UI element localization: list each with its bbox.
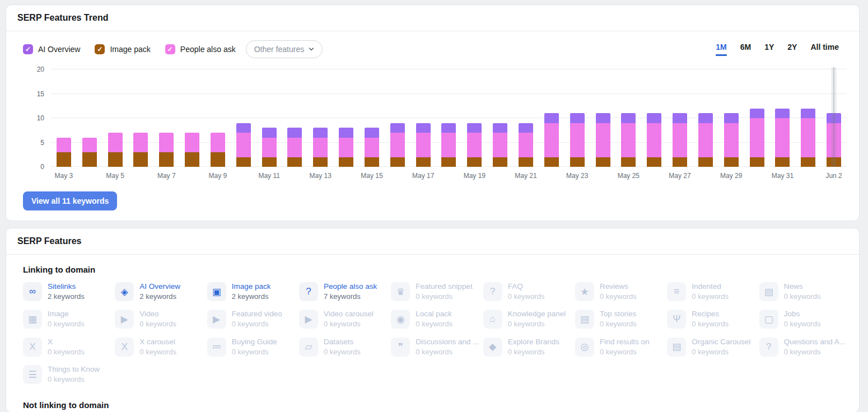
feature-label-link[interactable]: Sitelinks [48, 282, 85, 292]
stacked-bar[interactable] [390, 123, 405, 167]
y-tick-label: 20 [23, 65, 44, 73]
stacked-bar[interactable] [416, 123, 431, 167]
bar-segment-image-pack [365, 157, 379, 167]
bar-segment-ai-overview [621, 113, 636, 123]
feature-text: X carousel0 keywords [139, 338, 176, 357]
stacked-bar[interactable] [596, 113, 610, 167]
stacked-bar[interactable] [185, 133, 199, 167]
stacked-bar[interactable] [519, 123, 533, 167]
bar-slot-may-30 [744, 68, 770, 167]
feature-label-link[interactable]: AI Overview [139, 282, 180, 292]
stacked-bar[interactable] [750, 109, 764, 167]
feature-keyword-count: 0 keywords [508, 292, 545, 302]
stacked-bar[interactable] [621, 113, 636, 167]
bar-segment-ai-overview [544, 113, 559, 123]
bar-slot-may-10 [231, 68, 256, 167]
bar-segment-people-also-ask [621, 123, 636, 157]
bar-segment-ai-overview [673, 113, 687, 123]
things-list-icon: ☰ [23, 365, 42, 384]
feature-item-explore-brands: ◆Explore Brands0 keywords [483, 338, 572, 357]
feature-keyword-count: 2 keywords [232, 292, 271, 302]
stacked-bar[interactable] [698, 113, 713, 167]
time-range-tab-1y[interactable]: 1Y [764, 43, 774, 56]
stacked-bar[interactable] [339, 128, 353, 167]
bar-segment-image-pack [673, 157, 687, 167]
feature-text: News0 keywords [784, 282, 821, 301]
stacked-bar[interactable] [544, 113, 559, 167]
feature-item-datasets: ▱Datasets0 keywords [299, 338, 388, 357]
stacked-bar[interactable] [570, 113, 585, 167]
stacked-bar[interactable] [236, 123, 251, 167]
feature-label-link: News [784, 282, 821, 292]
y-tick-label: 15 [23, 90, 44, 98]
bar-slot-may-11 [256, 68, 282, 167]
stacked-bar[interactable] [133, 133, 148, 167]
stacked-bar[interactable] [441, 123, 456, 167]
bar-slot-may-19 [461, 68, 487, 167]
bar-segment-people-also-ask [339, 138, 353, 157]
feature-text: Video carousel0 keywords [324, 310, 374, 329]
feature-item-image-pack[interactable]: ▣Image pack2 keywords [207, 282, 296, 301]
bar-segment-image-pack [313, 157, 328, 167]
bar-segment-people-also-ask [236, 133, 251, 157]
stacked-bar[interactable] [647, 113, 661, 167]
other-features-dropdown[interactable]: Other features [246, 40, 323, 58]
stacked-bar[interactable] [467, 123, 482, 167]
view-all-keywords-button[interactable]: View all 11 keywords [23, 191, 117, 210]
checkbox-icon[interactable]: ✓ [165, 44, 175, 54]
feature-label-link[interactable]: People also ask [324, 282, 377, 292]
time-range-tab-6m[interactable]: 6M [740, 43, 751, 56]
legend-item-ai-overview[interactable]: ✓AI Overview [23, 44, 80, 54]
briefcase-icon: ▢ [759, 310, 778, 329]
other-features-label: Other features [254, 45, 305, 54]
time-range-tab-1m[interactable]: 1M [716, 43, 726, 56]
question-bubble-icon: ? [299, 282, 318, 301]
stacked-bar[interactable] [287, 128, 302, 167]
feature-text: Sitelinks2 keywords [48, 282, 85, 301]
bar-slot-may-22 [539, 68, 564, 167]
linking-features-grid: ∞Sitelinks2 keywords◈AI Overview2 keywor… [6, 277, 859, 386]
stacked-bar[interactable] [211, 133, 225, 167]
bar-segment-ai-overview [467, 123, 482, 133]
bar-segment-image-pack [262, 157, 277, 167]
bar-segment-image-pack [236, 157, 251, 167]
feature-keyword-count: 7 keywords [324, 292, 377, 302]
legend-item-image-pack[interactable]: ✓Image pack [95, 44, 150, 54]
bar-segment-people-also-ask [775, 118, 790, 157]
hover-crosshair [832, 67, 837, 167]
feature-text: Buying Guide0 keywords [232, 338, 277, 357]
stacked-bar[interactable] [108, 133, 123, 167]
feature-keyword-count: 0 keywords [324, 347, 361, 357]
stacked-bar[interactable] [82, 138, 97, 167]
bar-slot-may-24 [590, 68, 616, 167]
folder-icon: ▱ [299, 338, 318, 357]
stacked-bar[interactable] [313, 128, 328, 167]
stacked-bar[interactable] [801, 109, 815, 167]
play-circle-icon: ▶ [115, 310, 134, 329]
stacked-bar[interactable] [262, 128, 277, 167]
stacked-bar[interactable] [775, 109, 790, 167]
checkbox-icon[interactable]: ✓ [23, 44, 33, 54]
legend-item-people-also-ask[interactable]: ✓People also ask [165, 44, 236, 54]
feature-keyword-count: 2 keywords [139, 292, 180, 302]
stacked-bar[interactable] [493, 123, 507, 167]
checkbox-icon[interactable]: ✓ [95, 44, 105, 54]
bar-segment-people-also-ask [467, 133, 482, 157]
stacked-bar[interactable] [365, 128, 379, 167]
time-range-tab-2y[interactable]: 2Y [787, 43, 797, 56]
stacked-bar[interactable] [673, 113, 687, 167]
bar-segment-people-also-ask [57, 138, 71, 152]
feature-item-people-also-ask[interactable]: ?People also ask7 keywords [299, 282, 388, 301]
stacked-bar[interactable] [724, 113, 739, 167]
stacked-bar[interactable] [57, 138, 71, 167]
stacked-bar[interactable] [159, 133, 174, 167]
feature-label-link: Video [139, 310, 176, 319]
feature-item-sitelinks[interactable]: ∞Sitelinks2 keywords [23, 282, 111, 301]
feature-label-link[interactable]: Image pack [232, 282, 271, 292]
bar-segment-image-pack [108, 152, 123, 167]
bar-segment-people-also-ask [570, 123, 585, 157]
time-range-tab-all-time[interactable]: All time [810, 43, 839, 56]
play-square-icon: ▶ [207, 310, 226, 329]
feature-item-ai-overview[interactable]: ◈AI Overview2 keywords [115, 282, 203, 301]
x-tick-label: May 13 [310, 172, 332, 180]
